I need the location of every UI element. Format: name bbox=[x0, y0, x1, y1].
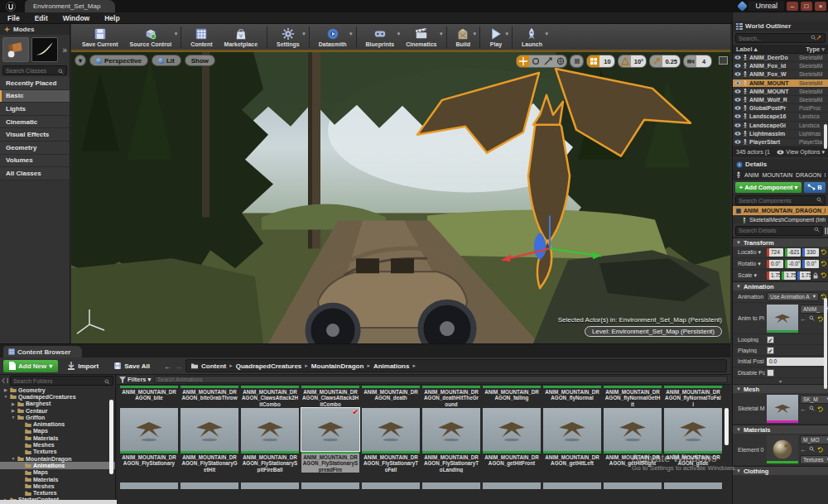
scale-y-field[interactable]: 1.75 bbox=[782, 271, 795, 280]
component-tree-child[interactable]: SkeletalMeshComponent (Inherite bbox=[733, 215, 828, 224]
import-button[interactable]: Import bbox=[61, 360, 104, 372]
rotation-snap-button[interactable] bbox=[619, 55, 631, 67]
asset-thumbnail[interactable] bbox=[241, 408, 299, 451]
rotation-z-field[interactable]: 0.0° bbox=[802, 260, 819, 268]
folder-maps[interactable]: Maps bbox=[0, 428, 115, 434]
animation-section-header[interactable]: ▼Animation bbox=[733, 281, 828, 290]
outliner-row[interactable]: ANIM_Wolf_RSkeletalM bbox=[733, 96, 828, 104]
asset-tile[interactable]: ANIM_MOUNTAIN_DRAGON_flyNormalToFall bbox=[664, 386, 722, 407]
menu-window[interactable]: Window bbox=[55, 14, 98, 22]
asset-thumbnail[interactable] bbox=[483, 408, 541, 451]
menu-help[interactable]: Help bbox=[97, 14, 127, 22]
asset-tile-partial[interactable] bbox=[483, 482, 541, 489]
outliner-row[interactable]: ANIM_DeerDoSkeletalM bbox=[733, 54, 828, 62]
lock-icon[interactable] bbox=[812, 272, 819, 279]
outliner-settings-icon[interactable] bbox=[816, 35, 822, 42]
visibility-eye-icon[interactable] bbox=[734, 81, 741, 85]
toolbar-build-button[interactable]: Build▾ bbox=[450, 24, 477, 50]
assets-scrollbar[interactable] bbox=[724, 408, 729, 445]
reset-icon[interactable] bbox=[817, 316, 823, 322]
outliner-row[interactable]: Landscape16Landsca bbox=[733, 113, 828, 121]
folder-maps[interactable]: Maps bbox=[0, 469, 115, 476]
details-scrollbar[interactable] bbox=[824, 298, 827, 389]
folder-tree-scrollbar[interactable] bbox=[109, 400, 113, 474]
visibility-eye-icon[interactable] bbox=[734, 140, 741, 144]
asset-tile[interactable]: ANIM_MOUNTAIN_DRAGON_flyNormalGetHit bbox=[604, 386, 662, 407]
anim-asset-thumbnail[interactable] bbox=[767, 305, 798, 333]
type-filter-icon[interactable]: ▾ bbox=[821, 46, 825, 53]
rotate-tool-button[interactable] bbox=[529, 55, 542, 67]
asset-thumbnail[interactable] bbox=[120, 408, 178, 451]
browse-to-icon[interactable] bbox=[809, 446, 815, 454]
folder-barghest[interactable]: ▶Barghest bbox=[0, 401, 115, 407]
unreal-logo-icon[interactable] bbox=[3, 1, 18, 12]
modes-category-recently-placed[interactable]: Recently Placed bbox=[0, 77, 70, 90]
details-tab[interactable]: i Details bbox=[733, 159, 828, 170]
asset-tile[interactable]: ANIM_MOUNTAIN_DRAGON_FlyStationaryToLand… bbox=[422, 408, 480, 473]
toolbar-source-control-button[interactable]: Source Control▾ bbox=[124, 24, 178, 50]
level-viewport[interactable]: ▾ Perspective Lit Show 10 10° bbox=[71, 51, 730, 343]
components-search-input[interactable] bbox=[739, 198, 816, 204]
transform-section-header[interactable]: ▼Transform bbox=[733, 238, 828, 247]
visibility-eye-icon[interactable] bbox=[734, 64, 741, 68]
expand-advanced-button[interactable]: ▾ bbox=[733, 378, 828, 384]
folder-meshes[interactable]: Meshes bbox=[0, 441, 115, 448]
toolbar-blueprints-button[interactable]: Blueprints▾ bbox=[360, 24, 401, 50]
folder-animations[interactable]: Animations bbox=[0, 420, 115, 427]
world-local-toggle[interactable] bbox=[554, 55, 566, 67]
modes-category-lights[interactable]: Lights bbox=[0, 103, 70, 116]
toolbar-marketplace-button[interactable]: Marketplace bbox=[219, 24, 263, 50]
dropdown-caret-icon[interactable]: ▾ bbox=[175, 31, 178, 37]
use-selected-icon[interactable]: ← bbox=[800, 315, 806, 323]
level-indicator[interactable]: Level: Environment_Set_Map (Persistent) bbox=[585, 326, 722, 337]
outliner-row[interactable]: LandscapeGiLandsca bbox=[733, 122, 828, 130]
textures-dropdown[interactable]: Textures▾ bbox=[800, 455, 828, 464]
visibility-eye-icon[interactable] bbox=[734, 123, 741, 127]
assets-search[interactable] bbox=[154, 376, 728, 383]
edit-blueprint-button[interactable]: B bbox=[804, 182, 826, 193]
reset-icon[interactable] bbox=[817, 406, 823, 412]
toolbar-datasmith-button[interactable]: Datasmith▾ bbox=[313, 24, 353, 50]
visibility-eye-icon[interactable] bbox=[734, 114, 741, 118]
folder-centaur[interactable]: ▶Centaur bbox=[0, 407, 115, 414]
asset-tile-partial[interactable] bbox=[543, 482, 601, 489]
world-outliner-tab[interactable]: World Outliner bbox=[733, 21, 828, 31]
maximize-button[interactable]: □ bbox=[801, 2, 812, 11]
outliner-row[interactable]: ANIM_MOUNTSkeletalM bbox=[733, 88, 828, 96]
menu-file[interactable]: File bbox=[0, 14, 27, 22]
reset-icon[interactable] bbox=[821, 261, 826, 266]
scale-snap-value[interactable]: 0.25 bbox=[662, 55, 680, 67]
details-search[interactable] bbox=[735, 226, 823, 236]
dropdown-caret-icon[interactable]: ▾ bbox=[474, 31, 477, 37]
asset-tile[interactable]: ANIM_MOUNTAIN_DRAGON_getHitLeft bbox=[543, 408, 601, 473]
more-modes-button[interactable]: » bbox=[62, 46, 67, 55]
asset-tile-partial[interactable] bbox=[362, 482, 420, 489]
asset-tile-partial[interactable] bbox=[241, 482, 299, 489]
breadcrumb-animations[interactable]: Animations bbox=[373, 362, 410, 370]
materials-section-header[interactable]: ▼Materials bbox=[733, 425, 828, 434]
reset-icon[interactable] bbox=[821, 249, 826, 255]
details-search-input[interactable] bbox=[739, 228, 814, 233]
use-selected-icon[interactable]: ← bbox=[800, 446, 806, 454]
outliner-search[interactable] bbox=[735, 33, 826, 43]
asset-tile[interactable]: ANIM_MOUNTAIN_DRAGON_flyNormal bbox=[543, 386, 601, 407]
toolbar-settings-button[interactable]: Settings▾ bbox=[271, 24, 306, 50]
outliner-scrollbar[interactable] bbox=[824, 124, 827, 149]
back-button[interactable]: ← bbox=[164, 362, 172, 371]
place-mode-button[interactable] bbox=[2, 37, 29, 62]
outliner-header[interactable]: Label ▴ Type ▾ bbox=[733, 45, 828, 54]
asset-tile[interactable]: ✔ANIM_MOUNTAIN_DRAGON_FlyStationarySprea… bbox=[301, 408, 359, 473]
use-selected-icon[interactable]: ← bbox=[800, 406, 806, 413]
folder-griffon[interactable]: ▼Griffon bbox=[0, 414, 115, 420]
asset-tile[interactable]: ANIM_MOUNTAIN_DRAGON_FlyStationary bbox=[120, 408, 178, 473]
asset-tile[interactable]: ANIM_MOUNTAIN_DRAGON_getHitFront bbox=[483, 408, 541, 473]
asset-tile-partial[interactable] bbox=[301, 482, 359, 489]
grid-snap-value[interactable]: 10 bbox=[599, 55, 614, 67]
asset-tile[interactable]: ANIM_MOUNTAIN_DRAGON_FlyStationaryToFall bbox=[362, 408, 420, 473]
skeletal-mesh-dropdown[interactable]: SK_M▾ bbox=[800, 395, 828, 404]
content-browser-tab[interactable]: Content Browser bbox=[3, 346, 82, 358]
folders-search-input[interactable] bbox=[13, 378, 104, 384]
visibility-eye-icon[interactable] bbox=[734, 89, 741, 94]
modes-tab[interactable]: Modes bbox=[0, 24, 70, 35]
actor-name-field[interactable]: ANIM_MOUNTAIN_DRAGON_FlySta bbox=[733, 170, 828, 180]
